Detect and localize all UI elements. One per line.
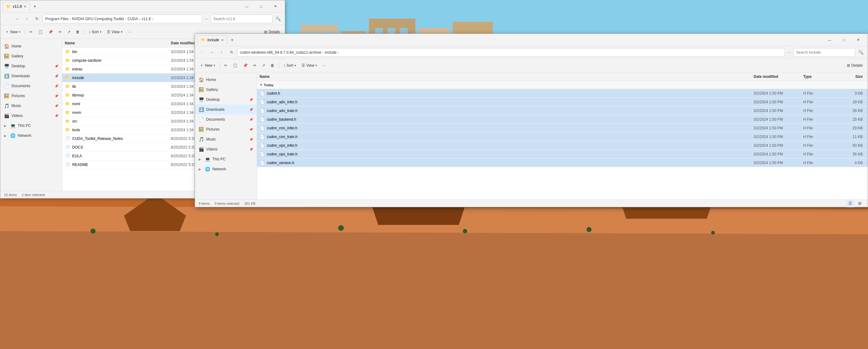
tab-v11[interactable]: 📁 v11.8 ✕ — [3, 2, 30, 11]
h-file-icon: 📄 — [259, 108, 265, 114]
more-btn-back[interactable]: ··· — [126, 27, 134, 37]
table-row[interactable]: 📄 cudnn_adv_train.h 3/2/2024 1:50 PM H F… — [257, 107, 868, 115]
table-row[interactable]: 📄 cudnn_version.h 3/2/2024 1:50 PM H Fil… — [257, 158, 868, 167]
videos-icon-front: 🎬 — [199, 147, 204, 152]
sidebar-item-videos-front[interactable]: 🎬 Videos 📌 — [195, 144, 257, 154]
sidebar-back: 🏠 Home 🖼️ Gallery 🖥️ Desktop 📌 ⬇️ Downlo… — [0, 39, 62, 191]
rename-btn-back[interactable]: ✏ — [56, 27, 64, 37]
up-btn-back[interactable]: ↑ — [23, 15, 31, 23]
search-input-front[interactable] — [793, 48, 855, 57]
forward-btn-front[interactable]: → — [207, 49, 216, 56]
sidebar-item-music-front[interactable]: 🎵 Music 📌 — [195, 134, 257, 144]
view-icon-back: ☰ — [107, 30, 111, 34]
sidebar-item-downloads-front[interactable]: ⬇️ Downloads 📌 — [195, 105, 257, 114]
new-tab-btn[interactable]: + — [30, 2, 39, 11]
table-row[interactable]: 📄 cudnn_cnn_train.h 3/2/2024 1:50 PM H F… — [257, 133, 868, 141]
desktop-icon-back: 🖥️ — [4, 64, 9, 68]
table-row[interactable]: 📄 cudnn_cnn_infer.h 3/2/2024 1:50 PM H F… — [257, 124, 868, 133]
sidebar-label-network-back: Network — [18, 134, 31, 138]
share-btn-back[interactable]: ↗ — [65, 27, 73, 37]
close-btn-front[interactable]: ✕ — [851, 35, 865, 45]
paste-btn-front[interactable]: 📌 — [241, 60, 250, 70]
sidebar-item-gallery-back[interactable]: 🖼️ Gallery — [0, 51, 62, 61]
sidebar-item-gallery-front[interactable]: 🖼️ Gallery — [195, 85, 257, 95]
svg-point-33 — [338, 225, 344, 231]
item-count-back: 15 items — [4, 193, 17, 197]
delete-btn-back[interactable]: 🗑 — [73, 27, 82, 37]
file-icon: 📄 — [65, 153, 70, 159]
list-view-btn-front[interactable]: ☰ — [846, 200, 855, 207]
search-input-back[interactable] — [211, 14, 273, 23]
sidebar-label-pictures-front: Pictures — [206, 127, 219, 132]
up-btn-front[interactable]: ↑ — [217, 49, 226, 56]
table-row[interactable]: 📄 cudnn_adv_infer.h 3/2/2024 1:50 PM H F… — [257, 98, 868, 107]
new-tab-btn-front[interactable]: + — [228, 36, 237, 45]
more-btn-front[interactable]: ··· — [320, 60, 328, 70]
search-btn-front[interactable]: 🔍 — [857, 48, 865, 57]
sort-btn-back[interactable]: ↕ Sort ▾ — [86, 27, 104, 37]
sidebar-item-pictures-back[interactable]: 🖼️ Pictures 📌 — [0, 91, 62, 101]
grid-view-btn-front[interactable]: ⊞ — [855, 200, 864, 207]
h-file-icon: 📄 — [259, 134, 265, 140]
delete-btn-front[interactable]: 🗑 — [268, 60, 277, 70]
address-path-back[interactable]: Program Files › NVIDIA GPU Computing Too… — [42, 14, 202, 23]
h-file-icon: 📄 — [259, 91, 265, 96]
address-path-front[interactable]: cudnn-windows-x86_64-8.7.0.84_cuda11-arc… — [237, 48, 785, 57]
sidebar-item-home-back[interactable]: 🏠 Home — [0, 41, 62, 51]
sidebar-label-documents-front: Documents — [206, 117, 225, 122]
search-btn-back[interactable]: 🔍 — [274, 14, 282, 23]
sidebar-item-thispc-back[interactable]: ▶ 💻 This PC — [0, 121, 62, 130]
minimize-btn-front[interactable]: — — [823, 35, 837, 45]
cut-btn-back[interactable]: ✂ — [27, 27, 35, 37]
addr-more-btn-front[interactable]: ··· — [786, 50, 792, 55]
view-chevron-back: ▾ — [121, 30, 122, 33]
svg-point-32 — [215, 232, 219, 236]
rename-btn-front[interactable]: ✏ — [251, 60, 259, 70]
sidebar-item-desktop-back[interactable]: 🖥️ Desktop 📌 — [0, 61, 62, 71]
table-row[interactable]: 📄 cudnn.h 3/2/2024 1:50 PM H File 3 KB — [257, 89, 868, 98]
new-btn-front[interactable]: ＋ New ▾ — [197, 60, 218, 70]
cut-btn-front[interactable]: ✂ — [222, 60, 230, 70]
minimize-btn-back[interactable]: — — [240, 2, 254, 11]
view-btn-front[interactable]: ☰ View ▾ — [299, 60, 320, 70]
refresh-btn-front[interactable]: ↻ — [227, 49, 236, 56]
sidebar-item-home-front[interactable]: 🏠 Home — [195, 75, 257, 85]
sidebar-item-desktop-front[interactable]: 🖥️ Desktop 📌 — [195, 95, 257, 105]
table-row[interactable]: 📄 cudnn_backend.h 3/2/2024 1:50 PM H Fil… — [257, 115, 868, 124]
sidebar-item-thispc-front[interactable]: ▶ 💻 This PC — [195, 154, 257, 164]
maximize-btn-front[interactable]: □ — [837, 35, 851, 45]
close-btn-back[interactable]: ✕ — [268, 2, 282, 11]
details-icon-front: ⊞ — [847, 63, 850, 68]
tab-include[interactable]: 📁 include ✕ — [197, 35, 227, 45]
sidebar-item-network-front[interactable]: ▶ 🌐 Network — [195, 164, 257, 174]
tab-close-btn[interactable]: ✕ — [24, 5, 26, 9]
paste-btn-back[interactable]: 📌 — [46, 27, 56, 37]
back-btn-back[interactable]: ← — [3, 15, 11, 23]
tab-close-btn-front[interactable]: ✕ — [221, 38, 224, 42]
folder-icon: 📁 — [65, 66, 70, 72]
refresh-btn-back[interactable]: ↻ — [33, 15, 41, 23]
copy-btn-front[interactable]: 📋 — [230, 60, 240, 70]
view-btn-back[interactable]: ☰ View ▾ — [104, 27, 125, 37]
maximize-btn-back[interactable]: □ — [254, 2, 268, 11]
sidebar-item-network-back[interactable]: ▶ 🌐 Network — [0, 130, 62, 141]
sidebar-item-documents-front[interactable]: 📄 Documents 📌 — [195, 114, 257, 124]
sidebar-item-pictures-front[interactable]: 🖼️ Pictures 📌 — [195, 124, 257, 134]
sidebar-item-music-back[interactable]: 🎵 Music 📌 — [0, 101, 62, 111]
new-btn-back[interactable]: ＋ New ▾ — [3, 27, 23, 37]
forward-btn-back[interactable]: → — [13, 15, 21, 23]
sort-btn-front[interactable]: ↕ Sort ▾ — [281, 60, 299, 70]
sidebar-label-thispc-front: This PC — [212, 157, 226, 161]
sidebar-label-downloads-back: Downloads — [11, 74, 30, 78]
table-row[interactable]: 📄 cudnn_ops_train.h 3/2/2024 1:50 PM H F… — [257, 150, 868, 158]
share-btn-front[interactable]: ↗ — [259, 60, 268, 70]
back-btn-front[interactable]: ← — [197, 49, 206, 56]
sidebar-item-downloads-back[interactable]: ⬇️ Downloads 📌 — [0, 71, 62, 81]
sep-1: › — [70, 17, 71, 21]
details-btn-front[interactable]: ⊞ Details — [844, 60, 865, 70]
table-row[interactable]: 📄 cudnn_ops_infer.h 3/2/2024 1:50 PM H F… — [257, 141, 868, 150]
copy-btn-back[interactable]: 📋 — [36, 27, 45, 37]
sidebar-item-documents-back[interactable]: 📄 Documents 📌 — [0, 81, 62, 91]
addr-more-btn-back[interactable]: ··· — [204, 17, 209, 21]
sidebar-item-videos-back[interactable]: 🎬 Videos 📌 — [0, 111, 62, 121]
